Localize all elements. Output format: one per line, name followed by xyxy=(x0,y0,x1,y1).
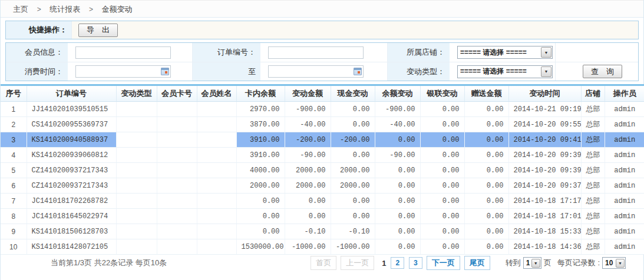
calendar-icon[interactable] xyxy=(161,68,169,75)
time-from-input[interactable] xyxy=(75,65,171,78)
order-no-label: 订单编号： xyxy=(193,43,260,62)
next-page-button[interactable]: 下一页 xyxy=(427,256,460,270)
table-cell: admin xyxy=(605,148,644,163)
table-cell: 2014-10-20 09:39:16 xyxy=(508,148,581,163)
table-row[interactable]: 5CZ14102009372173434000.002000.002000.00… xyxy=(1,163,644,178)
store-select[interactable]: ===== 请选择 ===== ▼ xyxy=(457,46,553,59)
table-cell: -40.00 xyxy=(285,117,331,132)
table-cell: 2014-10-21 09:19:09 xyxy=(508,102,581,117)
table-cell: 0.00 xyxy=(375,132,420,148)
table-cell: admin xyxy=(605,132,644,148)
table-cell xyxy=(157,224,197,239)
breadcrumb-home[interactable]: 主页 xyxy=(13,5,28,14)
column-header: 序号 xyxy=(1,85,27,102)
column-header: 卡内余额 xyxy=(236,85,285,102)
table-row[interactable]: 4KS14102009390608123910.00-90.000.00-90.… xyxy=(1,148,644,163)
column-header: 变动时间 xyxy=(508,85,581,102)
breadcrumb-reports[interactable]: 统计报表 xyxy=(49,5,80,14)
table-cell: KS1410200940588937 xyxy=(27,132,116,148)
page: 主页 > 统计报表 > 金额变动 快捷操作： 导 出 会员信息： 订单编号： 所… xyxy=(0,0,644,280)
table-row[interactable]: 2CS14102009553697373870.00-40.000.00-40.… xyxy=(1,117,644,132)
table-cell xyxy=(116,148,157,163)
table-cell: 7 xyxy=(1,194,27,209)
table-cell xyxy=(116,194,157,209)
table-cell: 总部 xyxy=(581,102,605,117)
calendar-icon[interactable] xyxy=(354,68,362,75)
table-cell: 0.00 xyxy=(375,239,420,255)
pagination-summary: 当前第1/3页 共22条记录 每页10条 xyxy=(51,258,167,268)
table-cell: 0.00 xyxy=(375,209,420,224)
filter-row-2: 消费时间： 至 变动类型： ===== 请选择 ===== ▼ 查 询 xyxy=(6,62,638,81)
chevron-down-icon: ▼ xyxy=(541,66,551,77)
table-cell: 2000.00 xyxy=(285,163,331,178)
current-page: 1 xyxy=(382,259,386,268)
table-cell: KS1410200939060812 xyxy=(27,148,116,163)
member-info-input[interactable] xyxy=(75,46,171,59)
table-row[interactable]: 10KS14101814280721051530000.00-1000.00-1… xyxy=(1,239,644,255)
prev-page-button[interactable]: 上一页 xyxy=(341,256,374,270)
export-button[interactable]: 导 出 xyxy=(78,24,118,37)
table-cell: 0.00 xyxy=(420,163,464,178)
table-cell: 0.00 xyxy=(420,224,464,239)
page-2-button[interactable]: 2 xyxy=(391,257,404,269)
first-page-button[interactable]: 首页 xyxy=(311,256,336,270)
table-cell: admin xyxy=(605,117,644,132)
table-cell: 总部 xyxy=(581,209,605,224)
table-cell: CS1410200955369737 xyxy=(27,117,116,132)
table-cell: 0.00 xyxy=(331,194,375,209)
search-button[interactable]: 查 询 xyxy=(583,65,622,78)
table-cell xyxy=(116,163,157,178)
table-cell xyxy=(157,194,197,209)
table-cell: admin xyxy=(605,194,644,209)
table-row[interactable]: 6CZ14102009372173432000.002000.002000.00… xyxy=(1,178,644,194)
column-header: 会员姓名 xyxy=(197,85,236,102)
table-cell xyxy=(157,178,197,194)
table-cell: 0.00 xyxy=(375,178,420,194)
per-page-value: 10 xyxy=(603,259,615,267)
change-type-select-value: ===== 请选择 ===== xyxy=(458,66,540,76)
table-cell: CZ1410200937217343 xyxy=(27,163,116,178)
order-no-input[interactable] xyxy=(268,46,364,59)
table-cell: 2970.00 xyxy=(236,102,285,117)
table-cell: admin xyxy=(605,239,644,255)
table-cell: 总部 xyxy=(581,132,605,148)
table-cell xyxy=(116,132,157,148)
column-header: 会员卡号 xyxy=(157,85,197,102)
pagination-bar: 当前第1/3页 共22条记录 每页10条 首页 上一页 1 2 3 下一页 尾页… xyxy=(1,255,643,271)
table-row[interactable]: 1JJ14102010395105152970.00-900.000.00-90… xyxy=(1,102,644,117)
table-cell: -900.00 xyxy=(375,102,420,117)
time-to-input[interactable] xyxy=(268,65,364,78)
table-cell xyxy=(157,239,197,255)
table-cell: KS1410181428072105 xyxy=(27,239,116,255)
goto-page-select[interactable]: 1 ▼ xyxy=(523,257,541,269)
table-cell: 0.00 xyxy=(420,194,464,209)
table-cell: 0.00 xyxy=(375,224,420,239)
last-page-button[interactable]: 尾页 xyxy=(464,256,490,270)
table-cell: 0.00 xyxy=(464,132,508,148)
filter-panel: 会员信息： 订单编号： 所属店铺： ===== 请选择 ===== ▼ 消费时间… xyxy=(5,42,639,81)
table-cell: 0.00 xyxy=(464,117,508,132)
table-cell: 0.00 xyxy=(420,148,464,163)
per-page-select[interactable]: 10 ▼ xyxy=(602,257,626,269)
table-cell: 0.00 xyxy=(464,163,508,178)
change-type-select[interactable]: ===== 请选择 ===== ▼ xyxy=(457,65,553,78)
table-cell: -200.00 xyxy=(331,132,375,148)
table-row[interactable]: 8JC14101816450229740.000.000.000.000.000… xyxy=(1,209,644,224)
table-row[interactable]: 9KS14101815061287030.00-0.10-0.100.000.0… xyxy=(1,224,644,239)
table-cell: 3910.00 xyxy=(236,148,285,163)
table-row[interactable]: 7JC14101817022687820.000.000.000.000.000… xyxy=(1,194,644,209)
table-cell xyxy=(197,239,236,255)
table-cell: 1 xyxy=(1,102,27,117)
table-cell: 2000.00 xyxy=(331,178,375,194)
amount-change-table: 序号订单编号变动类型会员卡号会员姓名卡内余额变动金额现金变动余额变动银联变动赠送… xyxy=(1,84,644,255)
page-3-button[interactable]: 3 xyxy=(409,257,422,269)
quick-operations-body: 导 出 xyxy=(72,21,638,39)
table-cell xyxy=(197,224,236,239)
table-row[interactable]: 3KS14102009405889373910.00-200.00-200.00… xyxy=(1,132,644,148)
table-cell: JC1410181645022974 xyxy=(27,209,116,224)
store-select-value: ===== 请选择 ===== xyxy=(458,48,540,58)
table-cell: 0.00 xyxy=(464,239,508,255)
table-cell: admin xyxy=(605,178,644,194)
table-cell: KS1410181506128703 xyxy=(27,224,116,239)
table-cell xyxy=(157,148,197,163)
